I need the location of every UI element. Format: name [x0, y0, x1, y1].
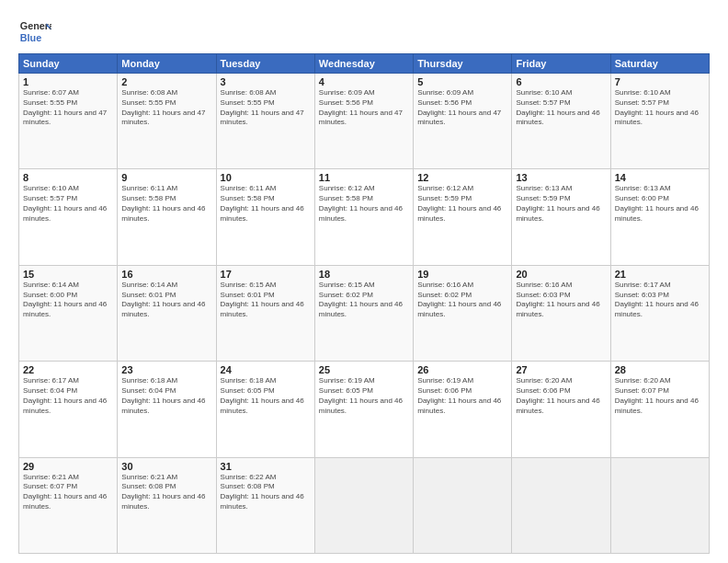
day-info: Sunrise: 6:09 AMSunset: 5:56 PMDaylight:…	[319, 88, 409, 128]
day-number: 26	[417, 364, 507, 375]
day-number: 16	[121, 269, 211, 280]
day-number: 19	[417, 269, 507, 280]
day-info: Sunrise: 6:13 AMSunset: 6:00 PMDaylight:…	[615, 184, 705, 224]
calendar-week-4: 22Sunrise: 6:17 AMSunset: 6:04 PMDayligh…	[19, 362, 710, 457]
calendar-cell: 16Sunrise: 6:14 AMSunset: 6:01 PMDayligh…	[118, 265, 216, 361]
day-info: Sunrise: 6:16 AMSunset: 6:02 PMDaylight:…	[417, 281, 507, 320]
weekday-tuesday: Tuesday	[216, 54, 314, 74]
day-number: 27	[516, 364, 606, 375]
calendar-cell	[512, 457, 610, 553]
calendar-cell: 13Sunrise: 6:13 AMSunset: 5:59 PMDayligh…	[512, 169, 610, 265]
calendar-cell: 9Sunrise: 6:11 AMSunset: 5:58 PMDaylight…	[118, 169, 216, 265]
day-number: 29	[23, 461, 113, 472]
day-number: 8	[23, 172, 113, 183]
day-info: Sunrise: 6:10 AMSunset: 5:57 PMDaylight:…	[516, 88, 606, 128]
day-info: Sunrise: 6:18 AMSunset: 6:04 PMDaylight:…	[121, 376, 211, 416]
calendar-cell: 7Sunrise: 6:10 AMSunset: 5:57 PMDaylight…	[610, 74, 709, 169]
calendar-cell	[314, 457, 413, 553]
calendar-cell: 29Sunrise: 6:21 AMSunset: 6:07 PMDayligh…	[19, 457, 118, 553]
day-number: 11	[319, 172, 409, 183]
calendar-week-1: 1Sunrise: 6:07 AMSunset: 5:55 PMDaylight…	[19, 74, 710, 169]
weekday-wednesday: Wednesday	[314, 54, 413, 74]
day-info: Sunrise: 6:15 AMSunset: 6:01 PMDaylight:…	[221, 281, 311, 320]
calendar-cell: 11Sunrise: 6:12 AMSunset: 5:58 PMDayligh…	[314, 169, 413, 265]
day-info: Sunrise: 6:21 AMSunset: 6:08 PMDaylight:…	[121, 473, 211, 512]
day-number: 23	[121, 364, 211, 375]
calendar-cell: 20Sunrise: 6:16 AMSunset: 6:03 PMDayligh…	[512, 265, 610, 361]
day-info: Sunrise: 6:12 AMSunset: 5:58 PMDaylight:…	[319, 184, 409, 224]
day-info: Sunrise: 6:17 AMSunset: 6:03 PMDaylight:…	[615, 281, 705, 320]
calendar-cell: 18Sunrise: 6:15 AMSunset: 6:02 PMDayligh…	[314, 265, 413, 361]
day-number: 31	[221, 461, 311, 472]
day-number: 20	[516, 269, 606, 280]
day-number: 25	[319, 364, 409, 375]
day-number: 12	[417, 172, 507, 183]
day-info: Sunrise: 6:09 AMSunset: 5:56 PMDaylight:…	[417, 88, 507, 128]
day-info: Sunrise: 6:21 AMSunset: 6:07 PMDaylight:…	[23, 473, 113, 512]
day-number: 30	[121, 461, 211, 472]
calendar-cell: 30Sunrise: 6:21 AMSunset: 6:08 PMDayligh…	[118, 457, 216, 553]
calendar-cell: 10Sunrise: 6:11 AMSunset: 5:58 PMDayligh…	[216, 169, 314, 265]
calendar-cell: 25Sunrise: 6:19 AMSunset: 6:05 PMDayligh…	[314, 362, 413, 457]
calendar-cell: 5Sunrise: 6:09 AMSunset: 5:56 PMDaylight…	[414, 74, 512, 169]
day-number: 18	[319, 269, 409, 280]
calendar-cell: 2Sunrise: 6:08 AMSunset: 5:55 PMDaylight…	[118, 74, 216, 169]
day-info: Sunrise: 6:20 AMSunset: 6:07 PMDaylight:…	[615, 376, 705, 416]
header: General Blue	[18, 15, 710, 48]
day-number: 3	[221, 76, 311, 87]
day-info: Sunrise: 6:10 AMSunset: 5:57 PMDaylight:…	[23, 184, 113, 224]
calendar-cell: 31Sunrise: 6:22 AMSunset: 6:08 PMDayligh…	[216, 457, 314, 553]
calendar-week-3: 15Sunrise: 6:14 AMSunset: 6:00 PMDayligh…	[19, 265, 710, 361]
calendar-cell: 14Sunrise: 6:13 AMSunset: 6:00 PMDayligh…	[610, 169, 709, 265]
calendar-cell: 15Sunrise: 6:14 AMSunset: 6:00 PMDayligh…	[19, 265, 118, 361]
calendar-cell: 21Sunrise: 6:17 AMSunset: 6:03 PMDayligh…	[610, 265, 709, 361]
day-info: Sunrise: 6:08 AMSunset: 5:55 PMDaylight:…	[221, 88, 311, 128]
calendar-cell: 12Sunrise: 6:12 AMSunset: 5:59 PMDayligh…	[414, 169, 512, 265]
day-number: 4	[319, 76, 409, 87]
day-info: Sunrise: 6:17 AMSunset: 6:04 PMDaylight:…	[23, 376, 113, 416]
logo: General Blue	[18, 15, 51, 48]
day-number: 21	[615, 269, 705, 280]
day-number: 10	[221, 172, 311, 183]
day-number: 7	[615, 76, 705, 87]
svg-text:Blue: Blue	[20, 32, 41, 43]
weekday-thursday: Thursday	[414, 54, 512, 74]
day-info: Sunrise: 6:13 AMSunset: 5:59 PMDaylight:…	[516, 184, 606, 224]
day-info: Sunrise: 6:11 AMSunset: 5:58 PMDaylight:…	[121, 184, 211, 224]
day-number: 22	[23, 364, 113, 375]
day-info: Sunrise: 6:08 AMSunset: 5:55 PMDaylight:…	[121, 88, 211, 128]
calendar-cell: 19Sunrise: 6:16 AMSunset: 6:02 PMDayligh…	[414, 265, 512, 361]
logo-icon: General Blue	[18, 15, 51, 48]
weekday-header-row: SundayMondayTuesdayWednesdayThursdayFrid…	[19, 54, 710, 74]
day-info: Sunrise: 6:14 AMSunset: 6:01 PMDaylight:…	[121, 281, 211, 320]
day-info: Sunrise: 6:14 AMSunset: 6:00 PMDaylight:…	[23, 281, 113, 320]
day-info: Sunrise: 6:19 AMSunset: 6:06 PMDaylight:…	[417, 376, 507, 416]
calendar-cell: 6Sunrise: 6:10 AMSunset: 5:57 PMDaylight…	[512, 74, 610, 169]
calendar: SundayMondayTuesdayWednesdayThursdayFrid…	[18, 53, 710, 554]
calendar-cell: 24Sunrise: 6:18 AMSunset: 6:05 PMDayligh…	[216, 362, 314, 457]
calendar-cell: 3Sunrise: 6:08 AMSunset: 5:55 PMDaylight…	[216, 74, 314, 169]
day-info: Sunrise: 6:19 AMSunset: 6:05 PMDaylight:…	[319, 376, 409, 416]
calendar-cell: 1Sunrise: 6:07 AMSunset: 5:55 PMDaylight…	[19, 74, 118, 169]
calendar-cell: 4Sunrise: 6:09 AMSunset: 5:56 PMDaylight…	[314, 74, 413, 169]
day-number: 24	[221, 364, 311, 375]
weekday-sunday: Sunday	[19, 54, 118, 74]
weekday-monday: Monday	[118, 54, 216, 74]
day-info: Sunrise: 6:22 AMSunset: 6:08 PMDaylight:…	[221, 473, 311, 512]
calendar-cell	[610, 457, 709, 553]
calendar-cell: 26Sunrise: 6:19 AMSunset: 6:06 PMDayligh…	[414, 362, 512, 457]
calendar-cell: 23Sunrise: 6:18 AMSunset: 6:04 PMDayligh…	[118, 362, 216, 457]
day-number: 5	[417, 76, 507, 87]
calendar-cell: 17Sunrise: 6:15 AMSunset: 6:01 PMDayligh…	[216, 265, 314, 361]
day-number: 1	[23, 76, 113, 87]
day-number: 28	[615, 364, 705, 375]
day-number: 6	[516, 76, 606, 87]
day-info: Sunrise: 6:10 AMSunset: 5:57 PMDaylight:…	[615, 88, 705, 128]
day-number: 13	[516, 172, 606, 183]
day-number: 17	[221, 269, 311, 280]
day-info: Sunrise: 6:18 AMSunset: 6:05 PMDaylight:…	[221, 376, 311, 416]
calendar-cell: 8Sunrise: 6:10 AMSunset: 5:57 PMDaylight…	[19, 169, 118, 265]
calendar-cell: 27Sunrise: 6:20 AMSunset: 6:06 PMDayligh…	[512, 362, 610, 457]
day-info: Sunrise: 6:20 AMSunset: 6:06 PMDaylight:…	[516, 376, 606, 416]
weekday-saturday: Saturday	[610, 54, 709, 74]
